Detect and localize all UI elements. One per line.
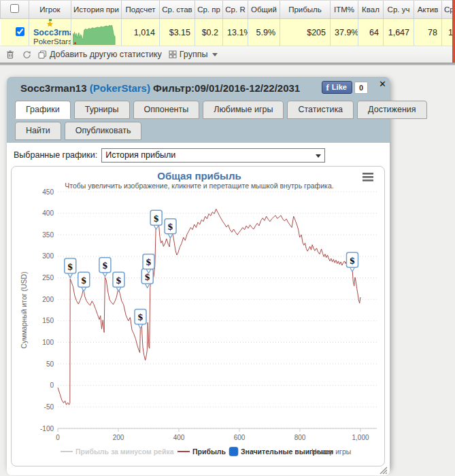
table-row: ★ Socc3rman PokerStars 1,014$3.15$0.213.…: [1, 18, 455, 46]
significant-win-marker[interactable]: $: [165, 219, 176, 238]
table-cell: $205: [280, 18, 331, 46]
svg-text:$: $: [67, 262, 73, 272]
delete-icon[interactable]: [5, 50, 15, 59]
table-cell: $3.15: [160, 18, 195, 46]
tab-оппоненты[interactable]: Оппоненты: [133, 101, 200, 119]
column-header[interactable]: Подсчет: [122, 1, 160, 18]
svg-text:$: $: [146, 258, 151, 267]
x-tick-label: 200: [113, 434, 124, 441]
svg-text:$: $: [153, 214, 158, 224]
copy-icon: [38, 50, 47, 59]
significant-win-marker[interactable]: $: [78, 272, 90, 291]
significant-win-marker[interactable]: $: [113, 272, 124, 291]
significant-win-marker[interactable]: $: [150, 210, 162, 229]
tab-графики[interactable]: Графики: [15, 101, 71, 119]
column-header[interactable]: Ср. R: [223, 1, 248, 18]
like-label: Like: [332, 83, 347, 91]
panel-title-name: Socc3rman13: [20, 82, 87, 94]
tab-найти[interactable]: Найти: [15, 122, 61, 140]
column-header[interactable]: Прибыль: [280, 1, 331, 18]
tabs-area: ГрафикиТурнирыОппонентыЛюбимые игрыСтати…: [7, 99, 390, 140]
y-tick-label: 150: [42, 317, 54, 324]
y-tick-label: 0: [50, 381, 54, 389]
svg-text:$: $: [137, 313, 143, 322]
like-count-badge: 0: [354, 82, 368, 94]
facebook-like-button[interactable]: f Like: [322, 81, 352, 94]
chart-menu-icon[interactable]: [363, 173, 373, 182]
y-axis-title: Суммарный итог (USD): [20, 271, 28, 348]
tab-достижения[interactable]: Достижения: [357, 101, 426, 119]
select-all-checkbox[interactable]: [10, 4, 19, 13]
y-tick-label: -50: [44, 403, 54, 411]
tab-любимые-игры[interactable]: Любимые игры: [203, 101, 284, 119]
y-tick-label: 200: [42, 296, 54, 303]
y-tick-label: 450: [42, 188, 54, 196]
significant-win-marker[interactable]: $: [135, 309, 146, 328]
player-name[interactable]: Socc3rman: [33, 29, 67, 37]
table-cell: 37.9%: [331, 18, 358, 46]
column-header[interactable]: Ср. пр: [195, 1, 223, 18]
legend-item[interactable]: Прибыль: [178, 447, 226, 456]
column-header[interactable]: Актив: [414, 1, 442, 18]
groups-button[interactable]: Группы: [169, 50, 218, 59]
svg-text:$: $: [102, 261, 107, 271]
column-header[interactable]: Общий: [248, 1, 280, 18]
page-background: Socc3rman13 (PokerStars) Фильтр:09/01/20…: [0, 65, 455, 476]
panel-title-site-link[interactable]: (PokerStars): [90, 82, 150, 94]
close-icon[interactable]: ✕: [379, 79, 386, 89]
column-header[interactable]: ITM%: [331, 1, 358, 18]
y-tick-label: 50: [46, 360, 54, 368]
table-cell: 64: [358, 18, 384, 46]
charts-select-label: Выбранные графики:: [14, 150, 97, 160]
add-statistic-button[interactable]: Добавить другую статистику: [38, 50, 162, 59]
column-header[interactable]: История при: [71, 1, 122, 18]
column-header[interactable]: Игрок: [29, 1, 71, 18]
svg-text:$: $: [167, 222, 173, 232]
refresh-icon[interactable]: [22, 50, 31, 59]
svg-text:Прибыль за минусом рейка: Прибыль за минусом рейка: [75, 447, 174, 456]
chevron-down-icon: [212, 53, 218, 56]
tab-опубликовать[interactable]: Опубликовать: [65, 122, 142, 140]
scrollbar-thumb[interactable]: [452, 0, 455, 63]
table-cell: 5.9%: [248, 18, 280, 46]
panel-header: Socc3rman13 (PokerStars) Фильтр:09/01/20…: [7, 77, 390, 99]
chart-subtitle: Чтобы увеличить изображение, кликните и …: [65, 182, 333, 190]
y-tick-label: 350: [42, 231, 54, 239]
chart-title: Общая прибыль: [157, 170, 241, 182]
add-statistic-label: Добавить другую статистику: [50, 50, 162, 59]
legend-item[interactable]: Прибыль за минусом рейка: [61, 447, 174, 456]
header-checkbox-cell: [1, 1, 29, 18]
groups-icon: [169, 50, 177, 58]
sparkline-start-dot: [74, 42, 76, 44]
column-header[interactable]: Квал: [358, 1, 384, 18]
row-checkbox[interactable]: [16, 27, 24, 36]
significant-win-marker[interactable]: $: [99, 258, 111, 277]
tab-статистика[interactable]: Статистика: [287, 101, 354, 119]
significant-win-marker[interactable]: $: [65, 258, 76, 277]
profit-chart-container[interactable]: Общая прибыльЧтобы увеличить изображение…: [11, 166, 385, 466]
profit-chart: Общая прибыльЧтобы увеличить изображение…: [12, 167, 384, 466]
x-tick-label: 600: [234, 434, 246, 441]
player-stats-table: ИгрокИстория приПодсчетСр. ставСр. прСр.…: [0, 0, 455, 46]
significant-win-marker[interactable]: $: [346, 252, 358, 271]
sparkline-chart: [73, 20, 116, 45]
tab-row-primary: ГрафикиТурнирыОппонентыЛюбимые игрыСтати…: [15, 101, 390, 119]
x-axis-title: Номер игры: [311, 447, 351, 456]
facebook-icon: f: [326, 84, 329, 91]
table-cell: 1,014: [122, 18, 160, 46]
tab-турниры[interactable]: Турниры: [74, 101, 130, 119]
y-tick-label: 300: [42, 252, 54, 260]
charts-select[interactable]: История прибыли: [101, 148, 325, 163]
svg-text:$: $: [81, 276, 86, 286]
charts-select-value: История прибыли: [105, 150, 175, 160]
svg-text:$: $: [116, 276, 121, 286]
table-cell: 78: [414, 18, 442, 46]
table-cell: $0.2: [195, 18, 223, 46]
history-sparkline[interactable]: [71, 18, 122, 46]
profit-line-series[interactable]: [58, 209, 360, 405]
resize-grip[interactable]: [378, 465, 387, 474]
player-cell[interactable]: ★ Socc3rman PokerStars: [29, 18, 71, 46]
svg-text:Прибыль: Прибыль: [192, 447, 226, 456]
column-header[interactable]: Ср. став: [160, 1, 195, 18]
column-header[interactable]: Ср. уч: [384, 1, 414, 18]
